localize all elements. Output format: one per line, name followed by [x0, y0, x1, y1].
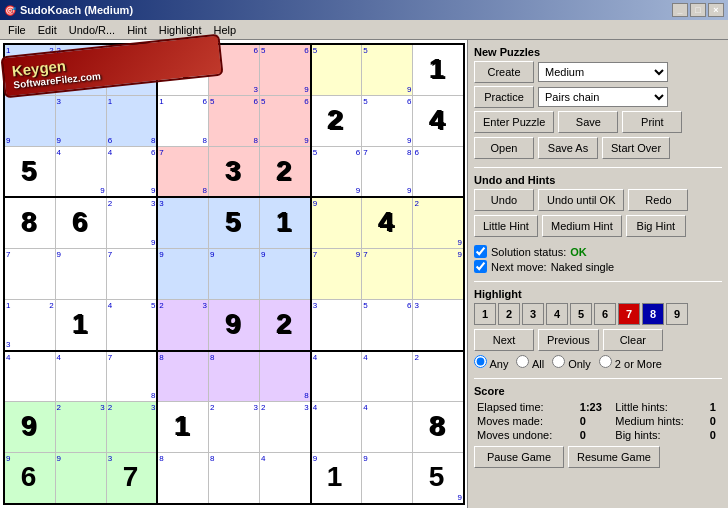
- table-row[interactable]: 3: [106, 453, 157, 504]
- table-row[interactable]: 6: [413, 146, 464, 197]
- table-row[interactable]: 9: [413, 453, 464, 504]
- highlight-7[interactable]: 7: [618, 303, 640, 325]
- table-row[interactable]: 56: [362, 300, 413, 351]
- menu-hint[interactable]: Hint: [121, 22, 153, 38]
- table-row[interactable]: 4: [157, 44, 208, 95]
- practice-button[interactable]: Practice: [474, 86, 534, 108]
- highlight-6[interactable]: 6: [594, 303, 616, 325]
- table-row[interactable]: 1: [55, 300, 106, 351]
- next-move-checkbox[interactable]: [474, 260, 487, 273]
- table-row[interactable]: 79: [311, 248, 362, 299]
- little-hint-button[interactable]: Little Hint: [474, 215, 538, 237]
- table-row[interactable]: 8: [208, 351, 259, 402]
- table-row[interactable]: 4: [362, 402, 413, 453]
- table-row[interactable]: 78: [106, 351, 157, 402]
- enter-puzzle-button[interactable]: Enter Puzzle: [474, 111, 554, 133]
- table-row[interactable]: 12: [4, 44, 55, 95]
- table-row[interactable]: 23: [208, 402, 259, 453]
- table-row[interactable]: 2: [413, 351, 464, 402]
- table-row[interactable]: 1: [157, 402, 208, 453]
- table-row[interactable]: 9: [311, 453, 362, 504]
- table-row[interactable]: 9: [4, 402, 55, 453]
- table-row[interactable]: 9: [4, 453, 55, 504]
- table-row[interactable]: 49: [55, 146, 106, 197]
- save-button[interactable]: Save: [558, 111, 618, 133]
- table-row[interactable]: 4: [413, 95, 464, 146]
- table-row[interactable]: 23: [55, 402, 106, 453]
- table-row[interactable]: 9: [413, 248, 464, 299]
- table-row[interactable]: 469: [106, 146, 157, 197]
- table-row[interactable]: 39: [55, 95, 106, 146]
- highlight-9[interactable]: 9: [666, 303, 688, 325]
- table-row[interactable]: 9: [208, 248, 259, 299]
- table-row[interactable]: 789: [362, 146, 413, 197]
- difficulty-dropdown[interactable]: Medium Easy Hard Expert: [538, 62, 668, 82]
- table-row[interactable]: 568: [208, 95, 259, 146]
- table-row[interactable]: 7: [106, 248, 157, 299]
- table-row[interactable]: 1: [260, 197, 311, 248]
- table-row[interactable]: 59: [362, 44, 413, 95]
- menu-undor[interactable]: Undo/R...: [63, 22, 121, 38]
- table-row[interactable]: 239: [106, 197, 157, 248]
- maximize-button[interactable]: □: [690, 3, 706, 17]
- table-row[interactable]: 9: [55, 453, 106, 504]
- table-row[interactable]: 78: [157, 146, 208, 197]
- create-button[interactable]: Create: [474, 61, 534, 83]
- table-row[interactable]: 9: [208, 300, 259, 351]
- table-row[interactable]: 9: [55, 248, 106, 299]
- medium-hint-button[interactable]: Medium Hint: [542, 215, 622, 237]
- table-row[interactable]: 5: [4, 146, 55, 197]
- table-row[interactable]: 3: [311, 300, 362, 351]
- big-hint-button[interactable]: Big Hint: [626, 215, 686, 237]
- table-row[interactable]: 9: [157, 248, 208, 299]
- highlight-5[interactable]: 5: [570, 303, 592, 325]
- table-row[interactable]: 569: [311, 146, 362, 197]
- table-row[interactable]: 8: [4, 197, 55, 248]
- table-row[interactable]: 569: [362, 95, 413, 146]
- table-row[interactable]: 4: [362, 351, 413, 402]
- table-row[interactable]: 563: [208, 44, 259, 95]
- table-row[interactable]: 4: [362, 197, 413, 248]
- table-row[interactable]: 23: [260, 402, 311, 453]
- table-row[interactable]: 4: [4, 351, 55, 402]
- table-row[interactable]: 5: [311, 44, 362, 95]
- table-row[interactable]: 3: [157, 197, 208, 248]
- table-row[interactable]: 7: [362, 248, 413, 299]
- radio-all[interactable]: All: [516, 355, 544, 370]
- table-row[interactable]: 9: [260, 248, 311, 299]
- menu-highlight[interactable]: Highlight: [153, 22, 208, 38]
- resume-game-button[interactable]: Resume Game: [568, 446, 660, 468]
- next-button[interactable]: Next: [474, 329, 534, 351]
- table-row[interactable]: 6: [106, 44, 157, 95]
- table-row[interactable]: 8: [157, 453, 208, 504]
- highlight-3[interactable]: 3: [522, 303, 544, 325]
- table-row[interactable]: 9: [362, 453, 413, 504]
- table-row[interactable]: 569: [260, 95, 311, 146]
- save-as-button[interactable]: Save As: [538, 137, 598, 159]
- table-row[interactable]: 5: [208, 197, 259, 248]
- highlight-1[interactable]: 1: [474, 303, 496, 325]
- start-over-button[interactable]: Start Over: [602, 137, 670, 159]
- table-row[interactable]: 4: [260, 453, 311, 504]
- radio-2ormore[interactable]: 2 or More: [599, 355, 662, 370]
- previous-button[interactable]: Previous: [538, 329, 599, 351]
- table-row[interactable]: 2: [311, 95, 362, 146]
- sudoku-grid[interactable]: 12 2 6 4 563 569 5 59 1 9 39 168 168 568: [3, 43, 465, 505]
- close-button[interactable]: ×: [708, 3, 724, 17]
- minimize-button[interactable]: _: [672, 3, 688, 17]
- highlight-2[interactable]: 2: [498, 303, 520, 325]
- table-row[interactable]: 123: [4, 300, 55, 351]
- table-row[interactable]: 4: [311, 351, 362, 402]
- undo-until-ok-button[interactable]: Undo until OK: [538, 189, 624, 211]
- radio-only[interactable]: Only: [552, 355, 591, 370]
- menu-edit[interactable]: Edit: [32, 22, 63, 38]
- clear-button[interactable]: Clear: [603, 329, 663, 351]
- table-row[interactable]: 9: [311, 197, 362, 248]
- table-row[interactable]: 23: [157, 300, 208, 351]
- redo-button[interactable]: Redo: [628, 189, 688, 211]
- table-row[interactable]: 7: [4, 248, 55, 299]
- highlight-8[interactable]: 8: [642, 303, 664, 325]
- table-row[interactable]: 1: [413, 44, 464, 95]
- table-row[interactable]: 8: [208, 453, 259, 504]
- table-row[interactable]: 4: [311, 402, 362, 453]
